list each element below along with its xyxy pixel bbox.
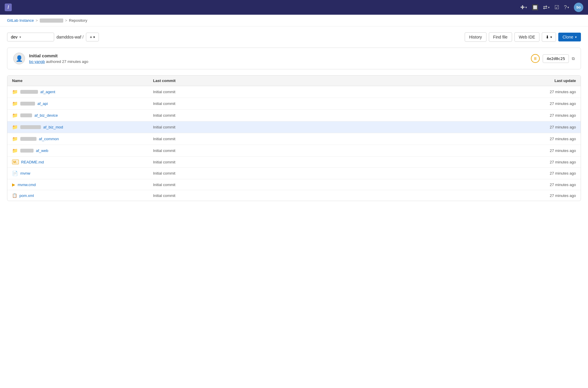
nav-left: /: [5, 4, 12, 11]
web-ide-button[interactable]: Web IDE: [514, 32, 540, 42]
table-row: 📁 af_common Initial commit 27 minutes ag…: [7, 133, 581, 145]
last-commit-cell: Initial commit: [153, 101, 435, 106]
table-row: 📁 af_api Initial commit 27 minutes ago: [7, 98, 581, 110]
last-update-cell: 27 minutes ago: [435, 113, 576, 118]
commit-right: ⏸ 4e2d0c25 ⧉: [531, 54, 575, 63]
file-name-cell: 📁 af_web: [12, 148, 153, 153]
file-name-cell: 📁 af_common: [12, 136, 153, 142]
last-commit-cell: Initial commit: [153, 137, 435, 141]
table-row: 📁 af_biz_device Initial commit 27 minute…: [7, 110, 581, 121]
file-table-header: Name Last commit Last update: [7, 76, 581, 86]
clone-chevron-icon: ▾: [575, 35, 577, 39]
last-update-cell: 27 minutes ago: [435, 160, 576, 164]
commit-avatar: 👤: [13, 53, 25, 64]
file-link[interactable]: af_api: [37, 101, 48, 106]
commit-time: 27 minutes ago: [62, 59, 88, 64]
folder-icon: 📁: [12, 124, 18, 130]
commit-title[interactable]: Initial commit: [29, 53, 88, 58]
nav-right: ✚ ▾ 🔲 ⇄ ▾ ☑ ? ▾ bo: [520, 3, 583, 12]
find-file-button[interactable]: Find file: [489, 32, 512, 42]
file-link[interactable]: af_web: [36, 148, 48, 153]
commit-details: Initial commit bo yangb authored 27 minu…: [29, 53, 88, 64]
toolbar-left: dev ▾ damddos-waf / + ▾: [7, 33, 99, 41]
commit-author[interactable]: bo yangb: [29, 59, 45, 64]
download-button[interactable]: ⬇ ▾: [542, 32, 556, 42]
file-link[interactable]: mvnw: [20, 171, 30, 175]
table-row: 📄 mvnw Initial commit 27 minutes ago: [7, 168, 581, 179]
table-row: 📁 af_agent Initial commit 27 minutes ago: [7, 86, 581, 98]
branch-chevron-icon: ▾: [19, 35, 21, 39]
commit-left: 👤 Initial commit bo yangb authored 27 mi…: [13, 53, 88, 64]
folder-icon: 📁: [12, 148, 18, 153]
commit-action: authored: [46, 59, 61, 64]
folder-icon: 📁: [12, 89, 18, 95]
path-separator: /: [82, 35, 84, 39]
branch-selector[interactable]: dev ▾: [7, 33, 54, 41]
file-name-cell: ▶ mvnw.cmd: [12, 182, 153, 187]
snippet-icon[interactable]: 🔲: [532, 4, 538, 11]
table-row: 📁 af_web Initial commit 27 minutes ago: [7, 145, 581, 157]
xml-file-icon: 📋: [12, 193, 17, 198]
last-update-cell: 27 minutes ago: [435, 193, 576, 198]
file-name-cell: 📁 af_api: [12, 101, 153, 106]
breadcrumb-repo: Repository: [69, 18, 87, 23]
pipeline-status-icon[interactable]: ⏸: [531, 54, 540, 63]
last-update-cell: 27 minutes ago: [435, 125, 576, 129]
file-link[interactable]: af_common: [39, 137, 59, 141]
file-link[interactable]: af_biz_mod: [43, 125, 63, 129]
header-last-commit: Last commit: [153, 78, 435, 83]
path-label: damddos-waf /: [57, 35, 84, 39]
last-commit-cell: Initial commit: [153, 183, 435, 187]
header-last-update: Last update: [435, 78, 576, 83]
folder-icon: 📁: [12, 113, 18, 118]
clone-button[interactable]: Clone ▾: [558, 33, 581, 41]
table-row: ▶ mvnw.cmd Initial commit 27 minutes ago: [7, 179, 581, 190]
name-blurred: [20, 149, 34, 153]
file-link[interactable]: af_biz_device: [34, 113, 58, 118]
table-row: 📋 pom.xml Initial commit 27 minutes ago: [7, 190, 581, 201]
commit-box: 👤 Initial commit bo yangb authored 27 mi…: [7, 48, 581, 69]
main-content: dev ▾ damddos-waf / + ▾ History Find fil…: [0, 26, 588, 207]
copy-hash-icon[interactable]: ⧉: [572, 56, 575, 61]
header-name: Name: [12, 78, 153, 83]
last-commit-cell: Initial commit: [153, 160, 435, 164]
breadcrumb-sep1: >: [36, 18, 38, 23]
breadcrumb-sep2: >: [65, 18, 67, 23]
file-name-cell: M↓ README.md: [12, 160, 153, 164]
breadcrumb: GitLab Instance > > Repository: [0, 15, 588, 26]
name-blurred: [20, 125, 41, 129]
last-update-cell: 27 minutes ago: [435, 171, 576, 175]
file-name-cell: 📁 af_biz_mod: [12, 124, 153, 130]
file-link[interactable]: README.md: [21, 160, 44, 164]
commit-hash-button[interactable]: 4e2d0c25: [543, 54, 569, 63]
last-update-cell: 27 minutes ago: [435, 137, 576, 141]
add-button[interactable]: + ▾: [86, 33, 99, 41]
avatar[interactable]: bo: [574, 3, 583, 12]
file-name-cell: 📋 pom.xml: [12, 193, 153, 198]
breadcrumb-gitlab[interactable]: GitLab Instance: [7, 18, 34, 23]
last-commit-cell: Initial commit: [153, 125, 435, 129]
last-commit-cell: Initial commit: [153, 90, 435, 94]
merge-request-icon[interactable]: ⇄ ▾: [543, 4, 550, 11]
nav-logo[interactable]: /: [5, 4, 12, 11]
file-name-cell: 📁 af_biz_device: [12, 113, 153, 118]
history-button[interactable]: History: [465, 32, 486, 42]
last-commit-cell: Initial commit: [153, 171, 435, 175]
breadcrumb-project: [40, 19, 63, 23]
file-link[interactable]: af_agent: [40, 90, 55, 94]
file-link[interactable]: pom.xml: [19, 193, 34, 198]
table-row: M↓ README.md Initial commit 27 minutes a…: [7, 157, 581, 168]
last-commit-cell: Initial commit: [153, 148, 435, 153]
toolbar-right: History Find file Web IDE ⬇ ▾ Clone ▾: [465, 32, 581, 42]
last-update-cell: 27 minutes ago: [435, 90, 576, 94]
new-item-icon[interactable]: ✚ ▾: [520, 4, 527, 11]
table-row: 📁 af_biz_mod Initial commit 27 minutes a…: [7, 121, 581, 133]
last-update-cell: 27 minutes ago: [435, 148, 576, 153]
markdown-icon: M↓: [12, 160, 19, 164]
name-blurred: [20, 137, 36, 141]
todo-icon[interactable]: ☑: [554, 4, 559, 11]
file-link[interactable]: mvnw.cmd: [18, 183, 36, 187]
commit-meta: bo yangb authored 27 minutes ago: [29, 59, 88, 64]
file-name-cell: 📄 mvnw: [12, 170, 153, 176]
help-icon[interactable]: ? ▾: [564, 4, 569, 11]
